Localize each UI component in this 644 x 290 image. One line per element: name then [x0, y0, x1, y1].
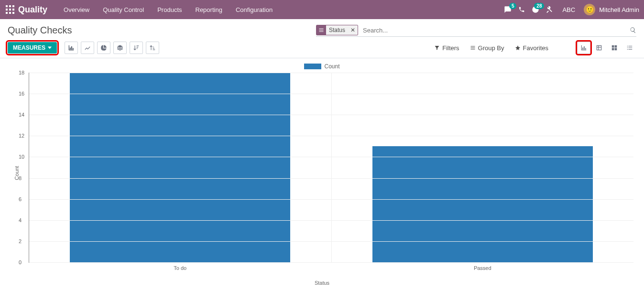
avatar: 🙂 — [584, 4, 595, 15]
x-axis-label: Status — [8, 280, 636, 286]
bar[interactable] — [372, 146, 593, 262]
bar-chart-icon — [68, 44, 75, 51]
sort-desc-icon — [133, 44, 140, 51]
favorites-dropdown[interactable]: Favorites — [515, 44, 548, 52]
user-name: Mitchell Admin — [599, 6, 639, 13]
svg-rect-3 — [6, 9, 8, 11]
sort-asc-icon — [149, 44, 156, 51]
svg-rect-8 — [12, 12, 14, 14]
nav-quality-control[interactable]: Quality Control — [96, 0, 151, 19]
y-tick: 10 — [19, 154, 24, 160]
stack-icon — [117, 44, 123, 51]
bar-slot: To do — [29, 73, 332, 262]
gridline — [29, 262, 633, 263]
nav-items: Overview Quality Control Products Report… — [57, 0, 279, 19]
main-navbar: Quality Overview Quality Control Product… — [0, 0, 644, 19]
gridline — [29, 220, 633, 221]
chart-type-group — [65, 42, 159, 54]
graph-view-button[interactable] — [577, 42, 590, 54]
y-tick: 12 — [19, 133, 24, 139]
breadcrumb: Quality Checks — [8, 25, 72, 36]
gridline — [29, 178, 633, 179]
chart-plot: Count To doPassed 024681012141618 — [24, 73, 636, 273]
nav-configuration[interactable]: Configuration — [229, 0, 279, 19]
nav-products[interactable]: Products — [151, 0, 188, 19]
table-icon — [596, 44, 602, 51]
svg-rect-0 — [6, 5, 8, 7]
filters-label: Filters — [442, 44, 459, 52]
tools-icon — [546, 6, 553, 13]
line-chart-button[interactable] — [81, 42, 94, 54]
apps-menu-button[interactable] — [5, 4, 15, 15]
svg-rect-7 — [9, 12, 11, 14]
y-tick: 14 — [19, 112, 24, 118]
activity-button[interactable]: 28 — [532, 6, 539, 13]
favorites-label: Favorites — [523, 44, 548, 52]
activity-badge: 28 — [534, 3, 544, 9]
bar[interactable] — [70, 73, 290, 262]
svg-rect-4 — [9, 9, 11, 11]
measures-button[interactable]: MEASURES — [8, 42, 57, 54]
list-icon — [470, 45, 476, 51]
sort-asc-button[interactable] — [146, 42, 159, 54]
messages-button[interactable]: 5 — [504, 6, 512, 13]
gridline — [29, 136, 633, 136]
messages-badge: 5 — [509, 3, 517, 9]
filters-dropdown[interactable]: Filters — [434, 44, 459, 52]
star-icon — [515, 45, 521, 51]
pie-chart-button[interactable] — [97, 42, 110, 54]
chart-container: Count Count To doPassed 024681012141618 … — [0, 58, 644, 286]
kanban-view-button[interactable] — [608, 42, 621, 54]
y-tick: 8 — [19, 175, 22, 181]
x-tick: To do — [29, 265, 331, 271]
kanban-icon — [611, 44, 618, 51]
y-tick: 0 — [19, 259, 22, 265]
search-icon[interactable] — [630, 27, 636, 33]
groupby-label: Group By — [478, 44, 504, 52]
gridline — [29, 199, 633, 200]
phone-button[interactable] — [518, 6, 525, 13]
view-switcher — [577, 42, 636, 54]
company-switcher[interactable]: ABC — [562, 6, 575, 13]
funnel-icon — [434, 45, 440, 51]
y-tick: 16 — [19, 91, 24, 97]
y-tick: 2 — [19, 238, 22, 244]
legend-swatch — [304, 64, 321, 69]
bar-slot: Passed — [332, 73, 634, 262]
search-bar[interactable]: Status ✕ — [316, 24, 636, 37]
search-input[interactable] — [361, 26, 627, 35]
stacked-button[interactable] — [113, 42, 127, 54]
sort-desc-button[interactable] — [130, 42, 143, 54]
search-facet-status: Status ✕ — [316, 25, 358, 35]
y-tick: 18 — [19, 70, 24, 75]
groupby-dropdown[interactable]: Group By — [470, 44, 504, 52]
list-lines-icon — [626, 44, 633, 51]
tools-button[interactable] — [546, 6, 553, 13]
module-brand[interactable]: Quality — [18, 5, 47, 15]
svg-rect-1 — [9, 5, 11, 7]
svg-rect-6 — [6, 12, 8, 14]
groupby-icon — [317, 25, 326, 35]
navbar-right: 5 28 ABC 🙂 Mitchell Admin — [504, 4, 639, 15]
nav-overview[interactable]: Overview — [57, 0, 96, 19]
pivot-view-button[interactable] — [592, 42, 606, 54]
apps-grid-icon — [6, 5, 14, 14]
measures-label: MEASURES — [13, 44, 45, 51]
user-menu[interactable]: 🙂 Mitchell Admin — [584, 4, 639, 15]
filter-group: Filters Group By Favorites — [434, 44, 548, 52]
svg-rect-5 — [12, 9, 14, 11]
svg-rect-2 — [12, 5, 14, 7]
facet-remove-button[interactable]: ✕ — [348, 27, 358, 33]
gridline — [29, 157, 633, 157]
nav-reporting[interactable]: Reporting — [189, 0, 229, 19]
facet-label: Status — [326, 27, 348, 33]
pie-chart-icon — [100, 44, 107, 51]
y-tick: 4 — [19, 217, 22, 223]
gridline — [29, 94, 633, 94]
bar-chart-button[interactable] — [65, 42, 78, 54]
x-tick: Passed — [332, 265, 634, 271]
line-chart-icon — [84, 44, 91, 51]
gridline — [29, 73, 633, 73]
list-view-button[interactable] — [623, 42, 636, 54]
plot-area: To doPassed 024681012141618 — [29, 73, 633, 263]
